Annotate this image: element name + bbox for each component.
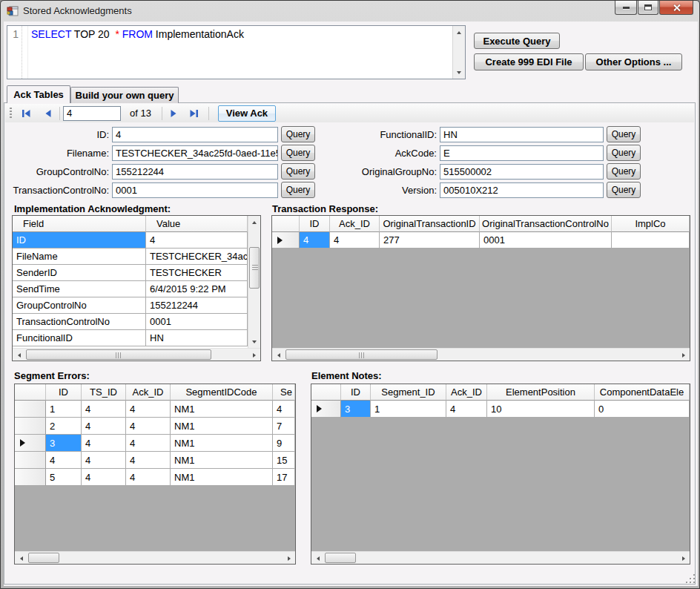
cell[interactable]: 4	[330, 232, 380, 249]
other-options-button[interactable]: Other Options ...	[585, 53, 682, 70]
table-row[interactable]: FuncitionalID HN	[13, 330, 248, 346]
scroll-down-icon[interactable]	[248, 336, 260, 347]
cell[interactable]: 4	[126, 452, 171, 469]
cell[interactable]: NM1	[171, 418, 273, 435]
scrollbar-thumb[interactable]	[28, 553, 59, 563]
table-row[interactable]: 4 4 4 NM1 15	[15, 452, 295, 469]
column-header[interactable]: Ack_ID	[330, 216, 380, 232]
cell[interactable]: 4	[126, 418, 171, 435]
horizontal-scrollbar[interactable]	[311, 551, 690, 564]
scroll-left-icon[interactable]	[13, 349, 24, 361]
scroll-right-icon[interactable]	[678, 349, 689, 361]
scroll-right-icon[interactable]	[248, 349, 260, 361]
table-row[interactable]: TransactionControlNo 0001	[13, 314, 248, 330]
table-row[interactable]: SendTime 6/4/2015 9:22 PM	[13, 281, 248, 297]
column-header[interactable]: ComponentDataEle	[595, 384, 690, 401]
column-header[interactable]: Field	[13, 216, 146, 232]
table-row[interactable]: ID 4	[13, 232, 248, 249]
cell[interactable]: 4	[126, 435, 171, 452]
column-header[interactable]: OriginalTransactionControlNo	[480, 216, 612, 232]
horizontal-scrollbar[interactable]	[13, 348, 260, 361]
version-query-button[interactable]: Query	[607, 182, 641, 198]
ackcode-field[interactable]: E	[440, 145, 604, 161]
functionalid-field[interactable]: HN	[440, 127, 604, 142]
table-row[interactable]: 5 4 4 NM1 17	[15, 469, 295, 486]
row-header[interactable]	[15, 435, 46, 452]
scroll-right-icon[interactable]	[283, 553, 294, 564]
scroll-down-icon[interactable]	[453, 67, 464, 78]
tab-build-your-own-query[interactable]: Build your own query	[70, 87, 179, 103]
grid-header-row[interactable]: Field Value	[13, 216, 248, 232]
cell[interactable]: 3	[341, 401, 371, 418]
column-header[interactable]: OriginalTransactionID	[380, 216, 480, 232]
cell[interactable]: 4	[146, 232, 248, 249]
cell[interactable]: 4	[82, 452, 126, 469]
id-query-button[interactable]: Query	[281, 126, 315, 142]
scroll-left-icon[interactable]	[312, 553, 323, 564]
cell[interactable]: 4	[126, 469, 171, 486]
column-header[interactable]: TS_ID	[82, 384, 126, 401]
cell[interactable]: 0	[595, 401, 690, 418]
cell[interactable]: GroupControlNo	[13, 297, 146, 314]
toolbar-grip[interactable]	[10, 108, 12, 119]
column-header[interactable]: ImplCo	[612, 216, 690, 232]
cell[interactable]: 4	[446, 401, 487, 418]
scroll-up-icon[interactable]	[453, 27, 464, 38]
sql-query-text[interactable]: SELECT TOP 20 * FROM ImplementationAck	[28, 26, 452, 79]
cell[interactable]: HN	[146, 330, 248, 346]
sql-editor[interactable]: 1 SELECT TOP 20 * FROM ImplementationAck	[7, 25, 466, 79]
move-last-button[interactable]	[185, 105, 202, 122]
row-header[interactable]	[15, 469, 46, 486]
cell[interactable]: 15	[273, 452, 295, 469]
tab-ack-tables[interactable]: Ack Tables	[7, 85, 70, 103]
create-999-edi-file-button[interactable]: Create 999 EDI File	[474, 53, 584, 70]
column-header[interactable]: Segment_ID	[371, 384, 446, 401]
grid-header-row[interactable]: ID TS_ID Ack_ID SegmentIDCode Se	[15, 384, 295, 401]
cell[interactable]: 2	[46, 418, 82, 435]
move-first-button[interactable]	[18, 105, 35, 122]
originalgroupno-query-button[interactable]: Query	[607, 163, 641, 180]
row-header[interactable]	[15, 452, 46, 469]
cell[interactable]: TESTCHECKER_34ac2.	[146, 249, 248, 265]
cell[interactable]: ID	[13, 232, 146, 249]
table-row[interactable]: GroupControlNo 155212244	[13, 297, 248, 314]
column-header[interactable]: ID	[300, 216, 330, 232]
close-button[interactable]	[659, 1, 693, 15]
title-bar[interactable]: Stored Acknowledgments	[1, 1, 699, 22]
cell[interactable]: 3	[46, 435, 82, 452]
table-row[interactable]: SenderID TESTCHECKER	[13, 265, 248, 281]
cell[interactable]: 4	[273, 401, 295, 418]
column-header[interactable]: SegmentIDCode	[171, 384, 273, 401]
transactioncontrolno-query-button[interactable]: Query	[281, 182, 315, 198]
move-previous-button[interactable]	[39, 105, 56, 122]
cell[interactable]: 17	[273, 469, 295, 486]
implementation-ack-grid[interactable]: Field Value ID 4 FileName TESTCHECKER_34…	[12, 215, 261, 361]
cell[interactable]: 4	[82, 435, 126, 452]
column-header[interactable]: Ack_ID	[126, 384, 171, 401]
scroll-left-icon[interactable]	[273, 349, 284, 361]
cell[interactable]: 4	[300, 232, 330, 249]
cell[interactable]: FuncitionalID	[13, 330, 146, 346]
originalgroupno-field[interactable]: 515500002	[440, 164, 604, 180]
cell[interactable]: NM1	[171, 435, 273, 452]
cell[interactable]: 6/4/2015 9:22 PM	[146, 281, 248, 297]
cell[interactable]: SendTime	[13, 281, 146, 297]
table-row[interactable]: 1 4 4 NM1 4	[15, 401, 295, 418]
cell[interactable]: 1	[371, 401, 446, 418]
cell[interactable]: 1	[46, 401, 82, 418]
ackcode-query-button[interactable]: Query	[607, 145, 641, 161]
version-field[interactable]: 005010X212	[440, 182, 604, 198]
cell[interactable]: 4	[126, 401, 171, 418]
table-row[interactable]: 2 4 4 NM1 7	[15, 418, 295, 435]
scrollbar-thumb[interactable]	[26, 349, 211, 360]
cell[interactable]	[612, 232, 690, 249]
groupcontrolno-field[interactable]: 155212244	[112, 164, 278, 180]
cell[interactable]: 7	[273, 418, 295, 435]
cell[interactable]: 4	[46, 452, 82, 469]
cell[interactable]: SenderID	[13, 265, 146, 281]
cell[interactable]: FileName	[13, 249, 146, 265]
view-ack-button[interactable]: View Ack	[218, 105, 276, 122]
scrollbar-thumb[interactable]	[285, 349, 438, 360]
minimize-button[interactable]	[615, 1, 637, 15]
maximize-button[interactable]	[638, 1, 658, 15]
